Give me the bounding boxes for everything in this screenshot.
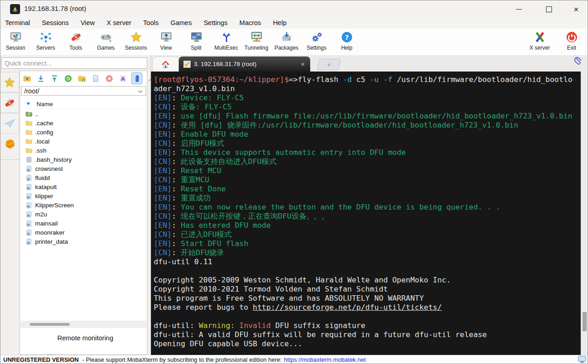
terminal-text: -u <box>370 75 384 84</box>
menu-help[interactable]: Help <box>273 19 286 26</box>
toolbar-sessions-button[interactable]: Sessions <box>121 29 151 51</box>
file-row-crowsnest[interactable]: crowsnest <box>20 164 147 173</box>
toolbar-multiexec-button[interactable]: MultiExec <box>211 29 241 51</box>
terminal-text: Device: FLY-C5 <box>181 93 244 102</box>
toolbar-games-button[interactable]: Games <box>91 29 121 51</box>
mobatek-link[interactable]: https://mobaxterm.mobatek.net <box>284 356 366 363</box>
file-row-m2u[interactable]: m2u <box>20 210 147 219</box>
file-row-cache[interactable]: .cache <box>20 118 147 128</box>
terminal-text: [EN] <box>154 239 172 248</box>
menu-terminal[interactable]: Terminal <box>5 19 30 26</box>
house-icon <box>161 60 170 69</box>
file-link-icon <box>26 184 32 190</box>
file-toolbar-rename-button[interactable]: A <box>118 73 128 84</box>
maximize-button[interactable] <box>538 0 559 18</box>
file-toolbar-download-button[interactable] <box>36 73 46 84</box>
terminal-text: [EN] <box>154 112 172 120</box>
maximize-icon <box>546 6 552 12</box>
file-row-fluidd[interactable]: fluidd <box>20 173 147 182</box>
tab-home[interactable] <box>152 56 179 72</box>
toolbar-servers-button[interactable]: Servers <box>31 29 61 51</box>
tab-active-session[interactable]: 3. 192.168.31.78 (root) × <box>179 56 310 72</box>
menu-x-server[interactable]: X server <box>107 19 131 26</box>
file-toolbar-upload-button[interactable] <box>49 73 59 84</box>
strip-swiss-knife-button[interactable] <box>0 92 19 113</box>
toolbar-tools-button[interactable]: Tools <box>61 29 91 51</box>
quick-connect-input[interactable] <box>1 57 147 69</box>
menu-macros[interactable]: Macros <box>239 19 261 26</box>
menu-games[interactable]: Games <box>171 19 192 26</box>
toolbar-session-button[interactable]: Session <box>0 29 31 51</box>
menu-view[interactable]: View <box>81 19 95 26</box>
file-row-klipper[interactable]: klipper <box>20 191 147 200</box>
terminal-text: : <box>172 248 181 257</box>
toolbar-label: Help <box>341 45 353 51</box>
toolbar-packages-button[interactable]: Packages <box>271 29 302 51</box>
gears-icon <box>311 31 323 43</box>
terminal-line: [EN]: Start DFU flash <box>154 239 581 248</box>
menu-tools[interactable]: Tools <box>143 19 159 26</box>
terminal-scrollbar-thumb[interactable] <box>583 312 587 331</box>
menu-settings[interactable]: Settings <box>203 19 227 26</box>
file-row-ssh[interactable]: .ssh <box>20 146 147 155</box>
file-toolbar-dir-up-button[interactable] <box>22 73 32 84</box>
remote-monitoring-button[interactable]: Remote monitoring <box>20 334 147 342</box>
terminal-text: : <box>172 212 181 220</box>
file-toolbar-panel-sync-button[interactable] <box>131 72 142 84</box>
file-row-mainsail[interactable]: mainsail <box>20 219 147 228</box>
strip-paper-plane-button[interactable] <box>0 113 19 133</box>
toolbar-tunneling-button[interactable]: Tunneling <box>241 29 271 51</box>
terminal-scrollbar[interactable] <box>581 72 588 355</box>
terminal-line: Copyright 2005-2009 Weston Schmidt, Hara… <box>154 276 581 285</box>
close-button[interactable]: × <box>566 0 587 18</box>
path-dropdown[interactable]: /root/ <box>21 86 146 96</box>
terminal-text: Copyright 2005-2009 Weston Schmidt, Hara… <box>154 276 451 284</box>
file-row-local[interactable]: .local <box>20 137 147 146</box>
toolbar-x-server-button[interactable]: X server <box>524 29 556 51</box>
new-tab-button[interactable]: + <box>317 59 341 70</box>
terminal-text: DFU suffix signature <box>271 321 365 330</box>
toolbar-help-button[interactable]: ?Help <box>332 29 362 51</box>
toolbar-split-button[interactable]: Split <box>181 29 211 51</box>
file-name: .local <box>35 138 50 145</box>
status-bar: UNREGISTERED VERSION - Please support Mo… <box>0 355 588 364</box>
toolbar-label: Sessions <box>125 45 147 51</box>
file-row-katapult[interactable]: katapult <box>20 182 147 191</box>
file-toolbar-folder-new-button[interactable] <box>77 73 87 84</box>
horizontal-scrollbar[interactable] <box>21 321 146 328</box>
minimize-button[interactable] <box>508 0 529 18</box>
name-column-header[interactable]: Name <box>20 99 147 109</box>
minimize-icon <box>516 9 522 10</box>
terminal-line: This program is Free Software and has AB… <box>154 294 581 303</box>
terminal-text: dfu-util 0.11 <box>154 257 212 266</box>
file-row-moonraker[interactable]: moonraker <box>20 228 147 237</box>
strip-globe-button[interactable] <box>0 133 19 154</box>
terminal-text: [CN] <box>154 230 172 239</box>
multiexec-icon <box>220 31 233 43</box>
terminal-text: [EN] <box>154 194 172 202</box>
horizontal-scrollbar-thumb[interactable] <box>30 323 70 326</box>
window-title: 192.168.31.78 (root) <box>24 5 86 12</box>
file-toolbar-file-new-button[interactable] <box>90 73 100 84</box>
file-row-item[interactable]: .. <box>20 109 147 118</box>
app-logo-icon <box>10 4 21 15</box>
toolbar-settings-button[interactable]: Settings <box>302 29 332 51</box>
toolbar-view-button[interactable]: View <box>151 29 181 51</box>
key-icon <box>183 61 191 68</box>
terminal-text: [CN] <box>154 139 172 148</box>
menu-sessions[interactable]: Sessions <box>42 19 69 26</box>
strip-star-button[interactable] <box>0 72 19 92</box>
file-row-klipperscreen[interactable]: KlipperScreen <box>20 200 147 210</box>
toolbar-exit-button[interactable]: Exit <box>556 29 588 51</box>
close-icon: × <box>573 5 578 14</box>
file-row-config[interactable]: .config <box>20 128 147 137</box>
file-toolbar-refresh-button[interactable] <box>63 73 73 84</box>
file-row-bash-history[interactable]: .bash_history <box>20 155 147 164</box>
paperclip-attach-icon[interactable] <box>573 56 583 67</box>
tab-close-icon[interactable]: × <box>300 60 306 68</box>
file-row-printer-data[interactable]: printer_data <box>20 237 147 246</box>
file-toolbar-delete-button[interactable] <box>104 73 114 84</box>
terminal-line: [EN]: Device: FLY-C5 <box>154 93 581 103</box>
terminal-screen[interactable]: [root@flyos-057364:~/klipper]$=>fly-flas… <box>151 72 581 355</box>
exit-power-icon <box>566 31 578 43</box>
